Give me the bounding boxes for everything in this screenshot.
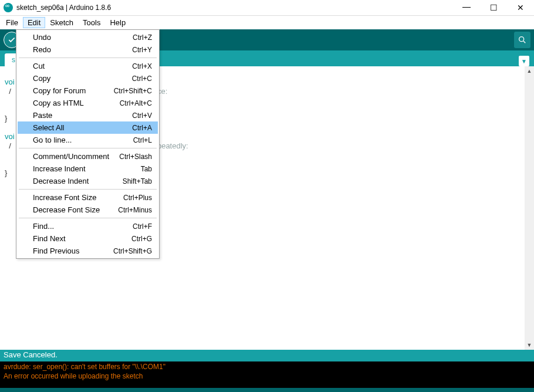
menu-edit[interactable]: Edit: [23, 17, 45, 28]
code-text: voi: [5, 132, 15, 141]
menu-item-label: Increase Font Size: [33, 193, 123, 202]
status-bar: Save Canceled.: [0, 350, 534, 361]
menu-item-decrease-indent[interactable]: Decrease IndentShift+Tab: [18, 175, 158, 187]
tab-menu-button[interactable]: ▼: [519, 56, 529, 66]
menu-item-shortcut: Ctrl+Shift+G: [113, 247, 152, 255]
menu-item-label: Copy as HTML: [33, 99, 120, 107]
menu-item-label: Find Next: [33, 234, 131, 243]
code-text: }: [5, 114, 7, 123]
menu-item-shortcut: Ctrl+Z: [133, 33, 152, 42]
code-text: /: [5, 141, 11, 150]
scroll-down-icon[interactable]: ▼: [525, 340, 534, 350]
close-button[interactable]: [507, 0, 534, 16]
menu-item-copy-as-html[interactable]: Copy as HTMLCtrl+Alt+C: [18, 97, 158, 109]
console-line: An error occurred while uploading the sk…: [4, 372, 143, 380]
footer: Arduino/Genuino Uno on COM1: [0, 388, 534, 392]
menu-help[interactable]: Help: [105, 17, 130, 28]
status-message: Save Canceled.: [4, 350, 58, 359]
menu-item-label: Find...: [33, 222, 133, 231]
menu-item-shortcut: Ctrl+V: [132, 111, 152, 120]
code-text: }: [5, 168, 7, 177]
magnifier-icon: [518, 35, 527, 45]
console-line: avrdude: ser_open(): can't set buffers f…: [4, 363, 165, 371]
menu-item-find-next[interactable]: Find NextCtrl+G: [18, 232, 158, 245]
menu-item-label: Cut: [33, 62, 132, 70]
menu-item-undo[interactable]: UndoCtrl+Z: [18, 31, 158, 43]
code-text: voi: [5, 77, 15, 86]
menu-item-copy[interactable]: CopyCtrl+C: [18, 72, 158, 85]
serial-monitor-button[interactable]: [514, 32, 530, 48]
edit-menu-dropdown: UndoCtrl+ZRedoCtrl+YCutCtrl+XCopyCtrl+CC…: [16, 29, 160, 259]
menu-item-label: Decrease Indent: [33, 177, 123, 185]
menu-item-shortcut: Ctrl+Plus: [123, 194, 152, 202]
menu-item-redo[interactable]: RedoCtrl+Y: [18, 43, 158, 56]
menu-item-comment-uncomment[interactable]: Comment/UncommentCtrl+Slash: [18, 150, 158, 163]
menu-item-label: Paste: [33, 111, 132, 120]
editor-scrollbar[interactable]: ▲ ▼: [525, 66, 534, 350]
menu-item-label: Undo: [33, 33, 133, 42]
menu-sketch[interactable]: Sketch: [45, 17, 78, 28]
menu-separator: [19, 58, 157, 58]
menu-item-shortcut: Ctrl+X: [132, 62, 152, 70]
menu-item-label: Copy for Forum: [33, 86, 114, 95]
menu-tools[interactable]: Tools: [78, 17, 105, 28]
menu-item-increase-indent[interactable]: Increase IndentTab: [18, 163, 158, 175]
titlebar: sketch_sep06a | Arduino 1.8.6: [0, 0, 534, 16]
menu-item-label: Increase Indent: [33, 164, 141, 173]
scroll-up-icon[interactable]: ▲: [525, 66, 534, 76]
output-console[interactable]: avrdude: ser_open(): can't set buffers f…: [0, 361, 534, 388]
menu-item-shortcut: Ctrl+F: [133, 222, 152, 231]
menu-file[interactable]: File: [1, 17, 23, 28]
menu-separator: [19, 218, 157, 218]
check-icon: [8, 36, 16, 44]
arduino-icon: [4, 3, 13, 12]
maximize-button[interactable]: [480, 0, 507, 16]
menu-item-increase-font-size[interactable]: Increase Font SizeCtrl+Plus: [18, 191, 158, 204]
code-text: /: [5, 87, 11, 96]
window-title: sketch_sep06a | Arduino 1.8.6: [16, 4, 453, 12]
menu-item-decrease-font-size[interactable]: Decrease Font SizeCtrl+Minus: [18, 204, 158, 216]
menu-item-go-to-line[interactable]: Go to line...Ctrl+L: [18, 134, 158, 146]
menu-item-shortcut: Ctrl+Shift+C: [114, 87, 152, 95]
menu-item-label: Find Previous: [33, 246, 113, 255]
menu-item-label: Comment/Uncomment: [33, 152, 119, 161]
menu-item-shortcut: Ctrl+G: [131, 235, 152, 243]
menu-item-shortcut: Ctrl+Y: [132, 46, 152, 54]
menu-item-find[interactable]: Find...Ctrl+F: [18, 220, 158, 232]
menu-item-copy-for-forum[interactable]: Copy for ForumCtrl+Shift+C: [18, 85, 158, 97]
menu-item-shortcut: Shift+Tab: [123, 177, 152, 185]
menu-item-shortcut: Ctrl+L: [133, 136, 152, 144]
menu-item-find-previous[interactable]: Find PreviousCtrl+Shift+G: [18, 245, 158, 257]
menu-item-cut[interactable]: CutCtrl+X: [18, 60, 158, 72]
menu-item-shortcut: Ctrl+Alt+C: [120, 99, 152, 107]
menu-item-select-all[interactable]: Select AllCtrl+A: [18, 121, 158, 134]
menu-item-label: Select All: [33, 123, 132, 132]
menu-item-label: Go to line...: [33, 136, 133, 144]
menubar: File Edit Sketch Tools Help: [0, 16, 534, 29]
menu-item-label: Redo: [33, 45, 132, 54]
menu-item-label: Copy: [33, 74, 132, 83]
menu-item-shortcut: Ctrl+Slash: [119, 153, 152, 161]
minimize-button[interactable]: [453, 0, 480, 16]
menu-separator: [19, 189, 157, 190]
svg-point-0: [519, 37, 524, 42]
menu-separator: [19, 148, 157, 148]
menu-item-shortcut: Ctrl+C: [132, 75, 152, 83]
menu-item-shortcut: Tab: [141, 165, 152, 173]
menu-item-shortcut: Ctrl+A: [132, 124, 152, 132]
menu-item-label: Decrease Font Size: [33, 205, 118, 214]
menu-item-shortcut: Ctrl+Minus: [118, 206, 152, 214]
menu-item-paste[interactable]: PasteCtrl+V: [18, 109, 158, 121]
